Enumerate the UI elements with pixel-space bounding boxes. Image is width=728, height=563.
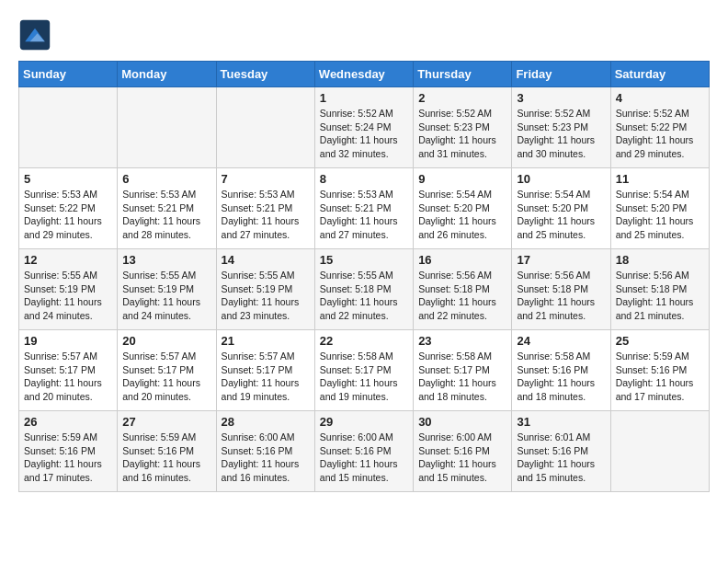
page-header xyxy=(18,18,710,52)
day-number: 4 xyxy=(616,91,704,105)
calendar-table: SundayMondayTuesdayWednesdayThursdayFrid… xyxy=(18,61,710,492)
day-info: Sunrise: 5:57 AM Sunset: 5:17 PM Dayligh… xyxy=(222,350,310,404)
calendar-week-row: 12Sunrise: 5:55 AM Sunset: 5:19 PM Dayli… xyxy=(19,249,710,330)
day-info: Sunrise: 5:53 AM Sunset: 5:22 PM Dayligh… xyxy=(24,188,112,242)
day-number: 2 xyxy=(418,91,506,105)
calendar-day-cell: 7Sunrise: 5:53 AM Sunset: 5:21 PM Daylig… xyxy=(216,168,314,249)
column-header-tuesday: Tuesday xyxy=(216,62,314,87)
day-number: 10 xyxy=(517,172,605,186)
day-number: 13 xyxy=(122,253,210,267)
calendar-day-cell: 17Sunrise: 5:56 AM Sunset: 5:18 PM Dayli… xyxy=(512,249,610,330)
day-number: 29 xyxy=(320,415,408,429)
calendar-day-cell: 20Sunrise: 5:57 AM Sunset: 5:17 PM Dayli… xyxy=(118,330,216,411)
day-number: 26 xyxy=(24,415,112,429)
day-info: Sunrise: 5:55 AM Sunset: 5:19 PM Dayligh… xyxy=(222,269,310,323)
day-info: Sunrise: 5:58 AM Sunset: 5:17 PM Dayligh… xyxy=(418,350,506,404)
calendar-day-cell: 22Sunrise: 5:58 AM Sunset: 5:17 PM Dayli… xyxy=(314,330,413,411)
column-header-monday: Monday xyxy=(118,62,216,87)
calendar-week-row: 26Sunrise: 5:59 AM Sunset: 5:16 PM Dayli… xyxy=(19,411,710,492)
day-info: Sunrise: 5:54 AM Sunset: 5:20 PM Dayligh… xyxy=(418,188,506,242)
day-info: Sunrise: 5:56 AM Sunset: 5:18 PM Dayligh… xyxy=(616,269,704,323)
calendar-week-row: 19Sunrise: 5:57 AM Sunset: 5:17 PM Dayli… xyxy=(19,330,710,411)
calendar-day-cell: 23Sunrise: 5:58 AM Sunset: 5:17 PM Dayli… xyxy=(414,330,512,411)
day-info: Sunrise: 5:57 AM Sunset: 5:17 PM Dayligh… xyxy=(24,350,112,404)
day-info: Sunrise: 5:52 AM Sunset: 5:24 PM Dayligh… xyxy=(320,107,408,161)
day-number: 19 xyxy=(24,334,112,348)
day-info: Sunrise: 5:59 AM Sunset: 5:16 PM Dayligh… xyxy=(24,431,112,485)
day-number: 11 xyxy=(616,172,704,186)
day-number: 15 xyxy=(320,253,408,267)
logo-icon xyxy=(18,18,51,52)
day-number: 27 xyxy=(122,415,210,429)
calendar-day-cell: 24Sunrise: 5:58 AM Sunset: 5:16 PM Dayli… xyxy=(512,330,610,411)
calendar-day-cell: 25Sunrise: 5:59 AM Sunset: 5:16 PM Dayli… xyxy=(610,330,709,411)
day-info: Sunrise: 5:57 AM Sunset: 5:17 PM Dayligh… xyxy=(122,350,210,404)
logo xyxy=(18,18,55,52)
day-info: Sunrise: 5:53 AM Sunset: 5:21 PM Dayligh… xyxy=(222,188,310,242)
calendar-day-cell: 12Sunrise: 5:55 AM Sunset: 5:19 PM Dayli… xyxy=(19,249,118,330)
day-number: 20 xyxy=(122,334,210,348)
day-number: 17 xyxy=(517,253,605,267)
day-info: Sunrise: 5:56 AM Sunset: 5:18 PM Dayligh… xyxy=(418,269,506,323)
column-header-wednesday: Wednesday xyxy=(314,62,413,87)
calendar-day-cell xyxy=(19,87,118,168)
calendar-day-cell: 5Sunrise: 5:53 AM Sunset: 5:22 PM Daylig… xyxy=(19,168,118,249)
day-number: 18 xyxy=(616,253,704,267)
calendar-day-cell xyxy=(118,87,216,168)
day-info: Sunrise: 5:59 AM Sunset: 5:16 PM Dayligh… xyxy=(616,350,704,404)
day-number: 12 xyxy=(24,253,112,267)
calendar-day-cell xyxy=(610,411,709,492)
day-info: Sunrise: 5:56 AM Sunset: 5:18 PM Dayligh… xyxy=(517,269,605,323)
calendar-day-cell: 31Sunrise: 6:01 AM Sunset: 5:16 PM Dayli… xyxy=(512,411,610,492)
calendar-day-cell: 10Sunrise: 5:54 AM Sunset: 5:20 PM Dayli… xyxy=(512,168,610,249)
calendar-week-row: 5Sunrise: 5:53 AM Sunset: 5:22 PM Daylig… xyxy=(19,168,710,249)
day-info: Sunrise: 5:54 AM Sunset: 5:20 PM Dayligh… xyxy=(616,188,704,242)
day-info: Sunrise: 5:55 AM Sunset: 5:19 PM Dayligh… xyxy=(24,269,112,323)
calendar-day-cell: 18Sunrise: 5:56 AM Sunset: 5:18 PM Dayli… xyxy=(610,249,709,330)
day-number: 30 xyxy=(418,415,506,429)
calendar-header-row: SundayMondayTuesdayWednesdayThursdayFrid… xyxy=(19,62,710,87)
calendar-day-cell: 14Sunrise: 5:55 AM Sunset: 5:19 PM Dayli… xyxy=(216,249,314,330)
day-number: 22 xyxy=(320,334,408,348)
day-info: Sunrise: 5:52 AM Sunset: 5:23 PM Dayligh… xyxy=(517,107,605,161)
day-info: Sunrise: 6:01 AM Sunset: 5:16 PM Dayligh… xyxy=(517,431,605,485)
day-info: Sunrise: 6:00 AM Sunset: 5:16 PM Dayligh… xyxy=(320,431,408,485)
day-info: Sunrise: 5:58 AM Sunset: 5:16 PM Dayligh… xyxy=(517,350,605,404)
day-info: Sunrise: 5:59 AM Sunset: 5:16 PM Dayligh… xyxy=(122,431,210,485)
calendar-day-cell: 29Sunrise: 6:00 AM Sunset: 5:16 PM Dayli… xyxy=(314,411,413,492)
day-info: Sunrise: 6:00 AM Sunset: 5:16 PM Dayligh… xyxy=(418,431,506,485)
day-info: Sunrise: 5:55 AM Sunset: 5:18 PM Dayligh… xyxy=(320,269,408,323)
calendar-day-cell: 1Sunrise: 5:52 AM Sunset: 5:24 PM Daylig… xyxy=(314,87,413,168)
calendar-day-cell: 21Sunrise: 5:57 AM Sunset: 5:17 PM Dayli… xyxy=(216,330,314,411)
calendar-day-cell: 27Sunrise: 5:59 AM Sunset: 5:16 PM Dayli… xyxy=(118,411,216,492)
calendar-day-cell xyxy=(216,87,314,168)
day-number: 8 xyxy=(320,172,408,186)
day-info: Sunrise: 5:54 AM Sunset: 5:20 PM Dayligh… xyxy=(517,188,605,242)
column-header-saturday: Saturday xyxy=(610,62,709,87)
calendar-day-cell: 9Sunrise: 5:54 AM Sunset: 5:20 PM Daylig… xyxy=(414,168,512,249)
day-info: Sunrise: 5:53 AM Sunset: 5:21 PM Dayligh… xyxy=(122,188,210,242)
calendar-day-cell: 11Sunrise: 5:54 AM Sunset: 5:20 PM Dayli… xyxy=(610,168,709,249)
calendar-day-cell: 26Sunrise: 5:59 AM Sunset: 5:16 PM Dayli… xyxy=(19,411,118,492)
day-number: 24 xyxy=(517,334,605,348)
day-info: Sunrise: 5:52 AM Sunset: 5:22 PM Dayligh… xyxy=(616,107,704,161)
day-number: 7 xyxy=(222,172,310,186)
calendar-day-cell: 8Sunrise: 5:53 AM Sunset: 5:21 PM Daylig… xyxy=(314,168,413,249)
calendar-day-cell: 6Sunrise: 5:53 AM Sunset: 5:21 PM Daylig… xyxy=(118,168,216,249)
day-number: 1 xyxy=(320,91,408,105)
day-number: 14 xyxy=(222,253,310,267)
day-info: Sunrise: 6:00 AM Sunset: 5:16 PM Dayligh… xyxy=(222,431,310,485)
day-number: 3 xyxy=(517,91,605,105)
day-number: 16 xyxy=(418,253,506,267)
calendar-week-row: 1Sunrise: 5:52 AM Sunset: 5:24 PM Daylig… xyxy=(19,87,710,168)
day-number: 25 xyxy=(616,334,704,348)
column-header-friday: Friday xyxy=(512,62,610,87)
calendar-day-cell: 4Sunrise: 5:52 AM Sunset: 5:22 PM Daylig… xyxy=(610,87,709,168)
calendar-day-cell: 2Sunrise: 5:52 AM Sunset: 5:23 PM Daylig… xyxy=(414,87,512,168)
column-header-thursday: Thursday xyxy=(414,62,512,87)
day-number: 6 xyxy=(122,172,210,186)
day-info: Sunrise: 5:53 AM Sunset: 5:21 PM Dayligh… xyxy=(320,188,408,242)
day-info: Sunrise: 5:52 AM Sunset: 5:23 PM Dayligh… xyxy=(418,107,506,161)
calendar-day-cell: 16Sunrise: 5:56 AM Sunset: 5:18 PM Dayli… xyxy=(414,249,512,330)
day-number: 21 xyxy=(222,334,310,348)
